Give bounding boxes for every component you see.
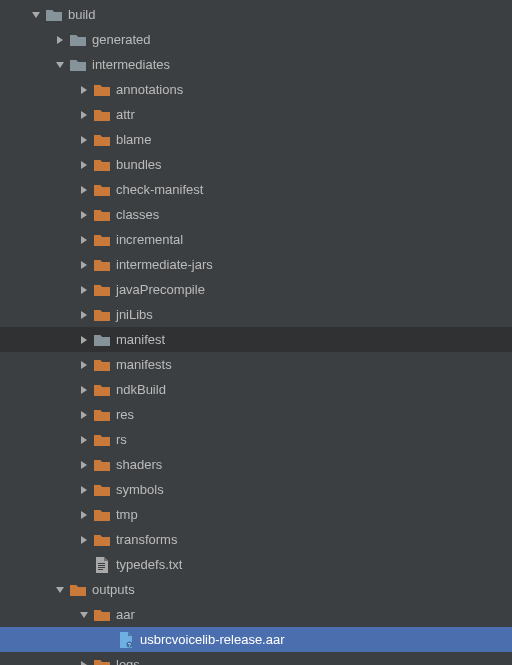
folder-icon	[94, 82, 110, 98]
chevron-right-icon[interactable]	[78, 284, 90, 296]
svg-rect-2	[98, 567, 105, 568]
tree-row[interactable]: res	[0, 402, 512, 427]
text-file-icon	[94, 557, 110, 573]
chevron-right-icon[interactable]	[78, 334, 90, 346]
tree-row[interactable]: incremental	[0, 227, 512, 252]
chevron-down-icon[interactable]	[54, 59, 66, 71]
folder-icon	[94, 132, 110, 148]
chevron-down-icon[interactable]	[54, 584, 66, 596]
folder-icon	[70, 32, 86, 48]
folder-icon	[94, 432, 110, 448]
chevron-right-icon[interactable]	[78, 84, 90, 96]
folder-icon	[94, 357, 110, 373]
folder-icon	[94, 257, 110, 273]
archive-file-icon: ?	[118, 632, 134, 648]
tree-row[interactable]: blame	[0, 127, 512, 152]
tree-item-label: shaders	[116, 452, 162, 477]
tree-row[interactable]: logs	[0, 652, 512, 665]
tree-item-label: check-manifest	[116, 177, 203, 202]
svg-rect-0	[98, 563, 105, 564]
tree-row[interactable]: tmp	[0, 502, 512, 527]
tree-row[interactable]: aar	[0, 602, 512, 627]
chevron-right-icon[interactable]	[78, 159, 90, 171]
tree-item-label: classes	[116, 202, 159, 227]
folder-icon	[94, 182, 110, 198]
chevron-right-icon[interactable]	[78, 134, 90, 146]
project-tree[interactable]: buildgeneratedintermediatesannotationsat…	[0, 0, 512, 665]
tree-item-label: manifests	[116, 352, 172, 377]
tree-row[interactable]: symbols	[0, 477, 512, 502]
svg-rect-3	[98, 569, 103, 570]
folder-icon	[94, 407, 110, 423]
tree-item-label: attr	[116, 102, 135, 127]
tree-row[interactable]: transforms	[0, 527, 512, 552]
tree-item-label: blame	[116, 127, 151, 152]
chevron-right-icon[interactable]	[78, 259, 90, 271]
folder-icon	[94, 457, 110, 473]
tree-item-label: rs	[116, 427, 127, 452]
tree-item-label: aar	[116, 602, 135, 627]
tree-row[interactable]: classes	[0, 202, 512, 227]
chevron-right-icon[interactable]	[78, 409, 90, 421]
tree-item-label: bundles	[116, 152, 162, 177]
chevron-right-icon[interactable]	[78, 384, 90, 396]
tree-item-label: intermediates	[92, 52, 170, 77]
tree-item-label: incremental	[116, 227, 183, 252]
chevron-down-icon[interactable]	[30, 9, 42, 21]
tree-row[interactable]: manifests	[0, 352, 512, 377]
chevron-right-icon[interactable]	[78, 359, 90, 371]
chevron-right-icon[interactable]	[78, 434, 90, 446]
folder-icon	[94, 657, 110, 666]
chevron-right-icon[interactable]	[78, 309, 90, 321]
folder-icon	[94, 157, 110, 173]
tree-item-label: res	[116, 402, 134, 427]
tree-row[interactable]: intermediate-jars	[0, 252, 512, 277]
tree-row[interactable]: attr	[0, 102, 512, 127]
tree-item-label: symbols	[116, 477, 164, 502]
tree-row[interactable]: manifest	[0, 327, 512, 352]
tree-row[interactable]: intermediates	[0, 52, 512, 77]
folder-icon	[94, 307, 110, 323]
svg-text:?: ?	[128, 642, 131, 648]
tree-row[interactable]: jniLibs	[0, 302, 512, 327]
chevron-right-icon[interactable]	[78, 459, 90, 471]
chevron-right-icon[interactable]	[78, 509, 90, 521]
tree-row[interactable]: typedefs.txt	[0, 552, 512, 577]
tree-row[interactable]: ?usbrcvoicelib-release.aar	[0, 627, 512, 652]
tree-item-label: outputs	[92, 577, 135, 602]
tree-row[interactable]: check-manifest	[0, 177, 512, 202]
tree-row[interactable]: bundles	[0, 152, 512, 177]
tree-row[interactable]: ndkBuild	[0, 377, 512, 402]
chevron-right-icon[interactable]	[78, 109, 90, 121]
tree-item-label: usbrcvoicelib-release.aar	[140, 627, 285, 652]
tree-row[interactable]: shaders	[0, 452, 512, 477]
chevron-down-icon[interactable]	[78, 609, 90, 621]
tree-item-label: transforms	[116, 527, 177, 552]
folder-icon	[94, 107, 110, 123]
chevron-right-icon[interactable]	[78, 659, 90, 666]
chevron-right-icon[interactable]	[78, 534, 90, 546]
tree-item-label: annotations	[116, 77, 183, 102]
folder-icon	[94, 532, 110, 548]
folder-icon	[94, 207, 110, 223]
tree-row[interactable]: outputs	[0, 577, 512, 602]
tree-row[interactable]: generated	[0, 27, 512, 52]
tree-item-label: typedefs.txt	[116, 552, 182, 577]
tree-item-label: intermediate-jars	[116, 252, 213, 277]
chevron-right-icon[interactable]	[78, 484, 90, 496]
tree-item-label: generated	[92, 27, 151, 52]
folder-icon	[94, 332, 110, 348]
chevron-right-icon[interactable]	[78, 184, 90, 196]
tree-row[interactable]: javaPrecompile	[0, 277, 512, 302]
chevron-right-icon[interactable]	[54, 34, 66, 46]
tree-item-label: ndkBuild	[116, 377, 166, 402]
folder-icon	[94, 382, 110, 398]
tree-row[interactable]: build	[0, 2, 512, 27]
chevron-right-icon[interactable]	[78, 234, 90, 246]
tree-row[interactable]: annotations	[0, 77, 512, 102]
tree-row[interactable]: rs	[0, 427, 512, 452]
folder-icon	[70, 57, 86, 73]
folder-icon	[46, 7, 62, 23]
tree-item-label: logs	[116, 652, 140, 665]
chevron-right-icon[interactable]	[78, 209, 90, 221]
